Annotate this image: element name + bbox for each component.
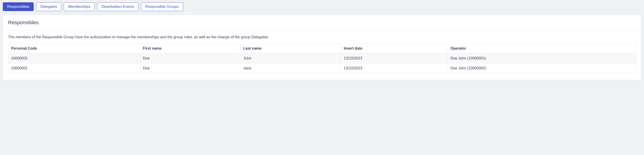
cell-last-name: Jane [240,63,341,73]
table-row: 10000002 Doe John 13/10/2023 Doe John (1… [8,53,636,63]
cell-personal-code: 10000001 [8,63,140,73]
tab-memberships[interactable]: Memberships [64,2,95,11]
column-header-operator: Operator [448,44,636,53]
panel-description: The members of the Responsible Group hav… [8,35,636,39]
cell-last-name: John [240,53,341,63]
cell-operator: Doe John (10000002) [448,63,636,73]
cell-operator: Doe John (10000001) [448,53,636,63]
table-header-row: Personal Code First name Last name Inser… [8,44,636,53]
panel-header: Responsibles [3,15,641,30]
column-header-first-name: First name [140,44,240,53]
cell-first-name: Doe [140,63,240,73]
responsibles-table: Personal Code First name Last name Inser… [8,43,636,73]
cell-personal-code: 10000002 [8,53,140,63]
panel-body: The members of the Responsible Group hav… [3,30,641,80]
tab-responsibles[interactable]: Responsibles [3,2,34,11]
column-header-personal-code: Personal Code [8,44,140,53]
table-row: 10000001 Doe Jane 13/10/2023 Doe John (1… [8,63,636,73]
tab-responsible-groups[interactable]: Responsible Groups [141,2,183,11]
column-header-last-name: Last name [240,44,341,53]
tabs-container: Responsibles Delegates Memberships Deact… [3,2,641,11]
cell-insert-date: 13/10/2023 [341,63,448,73]
panel-title: Responsibles [8,20,636,26]
cell-first-name: Doe [140,53,240,63]
tab-delegates[interactable]: Delegates [36,2,62,11]
column-header-insert-date: Insert date [341,44,448,53]
cell-insert-date: 13/10/2023 [341,53,448,63]
tab-deactivation-events[interactable]: Deactivation Events [97,2,138,11]
responsibles-panel: Responsibles The members of the Responsi… [3,15,641,80]
